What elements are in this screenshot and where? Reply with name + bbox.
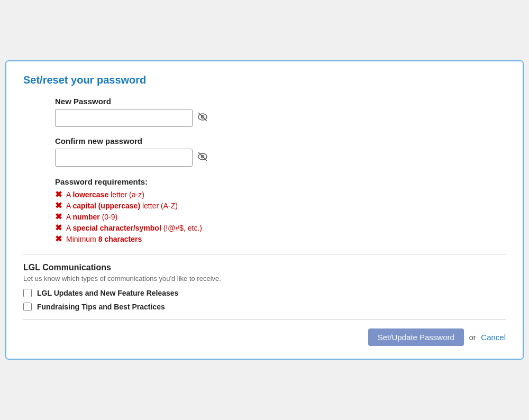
checkbox-updates-row: LGL Updates and New Feature Releases [23, 289, 506, 297]
req-uppercase-x: ✖ [55, 202, 62, 210]
req-special-x: ✖ [55, 224, 62, 232]
req-uppercase-text: A capital (uppercase) letter (A-Z) [66, 202, 178, 210]
req-number-text: A number (0-9) [66, 213, 117, 221]
req-uppercase: ✖ A capital (uppercase) letter (A-Z) [55, 202, 474, 210]
req-lowercase: ✖ A lowercase letter (a-z) [55, 190, 474, 199]
req-number-x: ✖ [55, 213, 62, 221]
set-update-password-button[interactable]: Set/Update Password [368, 328, 464, 346]
communications-section: LGL Communications Let us know which typ… [23, 263, 506, 311]
confirm-password-label: Confirm new password [55, 136, 474, 145]
confirm-password-input[interactable] [55, 149, 193, 167]
form-section: New Password Confirm new password [23, 97, 506, 243]
req-lowercase-text: A lowercase letter (a-z) [66, 190, 144, 199]
checkbox-fundraising-label: Fundraising Tips and Best Practices [37, 303, 165, 311]
set-reset-password-card: Set/reset your password New Password Con… [5, 60, 524, 360]
footer-section: Set/Update Password or Cancel [23, 328, 506, 346]
new-password-group: New Password [55, 97, 474, 127]
requirements-title: Password requirements: [55, 177, 474, 186]
req-min-chars: ✖ Minimum 8 characters [55, 235, 474, 243]
req-lowercase-x: ✖ [55, 190, 62, 199]
new-password-input-wrapper [55, 109, 474, 127]
new-password-label: New Password [55, 97, 474, 106]
new-password-toggle-icon[interactable] [197, 112, 208, 124]
requirements-list: ✖ A lowercase letter (a-z) ✖ A capital (… [55, 190, 474, 243]
communications-subtitle: Let us know which types of communication… [23, 275, 506, 282]
footer-or-text: or [469, 333, 476, 342]
req-special: ✖ A special character/symbol (!@#$, etc.… [55, 224, 474, 232]
divider-1 [23, 254, 506, 254]
requirements-section: Password requirements: ✖ A lowercase let… [55, 177, 474, 243]
checkbox-updates[interactable] [23, 289, 32, 297]
confirm-password-group: Confirm new password [55, 136, 474, 167]
checkbox-fundraising[interactable] [23, 303, 32, 311]
cancel-link[interactable]: Cancel [481, 333, 506, 342]
confirm-password-input-wrapper [55, 149, 474, 167]
req-number: ✖ A number (0-9) [55, 213, 474, 221]
checkbox-updates-label: LGL Updates and New Feature Releases [37, 289, 178, 297]
divider-2 [23, 319, 506, 320]
confirm-password-toggle-icon[interactable] [197, 152, 208, 164]
req-min-chars-text: Minimum 8 characters [66, 235, 142, 243]
card-title: Set/reset your password [23, 74, 506, 86]
req-min-chars-x: ✖ [55, 235, 62, 243]
communications-title: LGL Communications [23, 263, 506, 272]
req-special-text: A special character/symbol (!@#$, etc.) [66, 224, 202, 232]
checkbox-fundraising-row: Fundraising Tips and Best Practices [23, 303, 506, 311]
new-password-input[interactable] [55, 109, 193, 127]
